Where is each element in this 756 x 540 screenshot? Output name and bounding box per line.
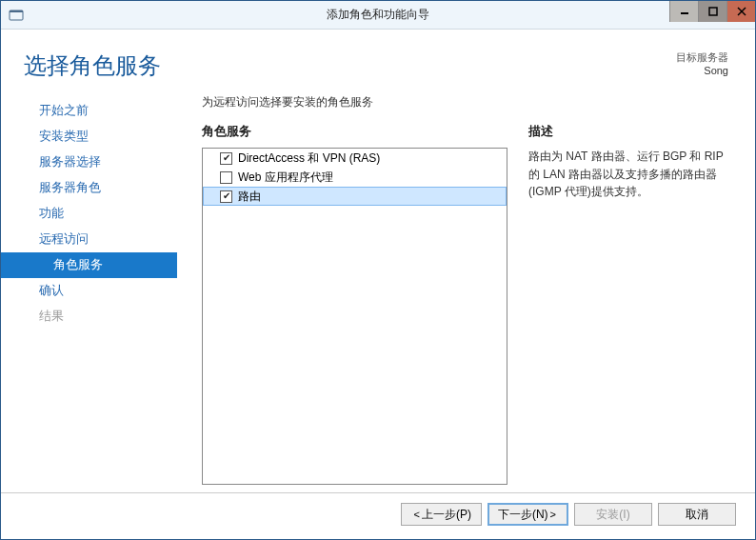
target-server-label: 目标服务器 [676,50,728,64]
checkbox[interactable] [220,152,232,165]
titlebar: 添加角色和功能向导 [1,1,755,30]
main-panel: 为远程访问选择要安装的角色服务 角色服务 DirectAccess 和 VPN … [177,90,728,485]
previous-button[interactable]: < 上一步(P) [401,503,481,526]
role-service-item[interactable]: DirectAccess 和 VPN (RAS) [203,149,507,168]
window-title: 添加角色和功能向导 [1,7,755,23]
chevron-left-icon: < [413,509,419,520]
previous-button-label: 上一步(P) [422,507,471,523]
target-server-block: 目标服务器 Song [676,50,728,81]
next-button-label: 下一步(N) [498,507,548,523]
checkbox[interactable] [220,171,232,184]
role-service-item[interactable]: Web 应用程序代理 [203,168,507,187]
next-button[interactable]: 下一步(N) > [487,503,568,526]
content-area: 开始之前安装类型服务器选择服务器角色功能远程访问角色服务确认结果 为远程访问选择… [1,90,755,492]
role-services-heading: 角色服务 [202,124,507,140]
role-service-label: DirectAccess 和 VPN (RAS) [238,150,380,167]
close-button[interactable] [726,1,755,22]
description-heading: 描述 [528,124,728,140]
nav-item[interactable]: 角色服务 [1,252,177,278]
role-service-label: Web 应用程序代理 [238,170,333,186]
role-services-column: 角色服务 DirectAccess 和 VPN (RAS)Web 应用程序代理路… [202,124,507,485]
chevron-right-icon: > [550,509,556,520]
role-service-label: 路由 [238,189,261,205]
minimize-button[interactable] [669,1,698,22]
window-controls [669,1,755,24]
role-service-item[interactable]: 路由 [203,187,507,206]
app-icon [7,6,26,25]
footer: < 上一步(P) 下一步(N) > 安装(I) 取消 [1,492,755,539]
cancel-button-label: 取消 [686,507,708,523]
nav-item[interactable]: 远程访问 [1,227,177,252]
nav-item[interactable]: 开始之前 [1,98,177,124]
page-title: 选择角色服务 [24,50,161,81]
wizard-window: 添加角色和功能向导 选择角色服务 目标服务器 Song 开始之前安装类型服务器选… [0,0,756,540]
nav-item: 结果 [1,304,177,330]
nav-item[interactable]: 服务器选择 [1,150,177,175]
header-row: 选择角色服务 目标服务器 Song [1,30,755,90]
nav-sidebar: 开始之前安装类型服务器选择服务器角色功能远程访问角色服务确认结果 [1,90,177,485]
target-server-name: Song [676,64,728,77]
install-button[interactable]: 安装(I) [574,503,652,526]
nav-item[interactable]: 功能 [1,201,177,227]
description-column: 描述 路由为 NAT 路由器、运行 BGP 和 RIP 的 LAN 路由器以及支… [528,124,728,485]
nav-item[interactable]: 确认 [1,278,177,304]
cancel-button[interactable]: 取消 [658,503,736,526]
nav-item[interactable]: 安装类型 [1,124,177,150]
svg-rect-3 [709,8,717,15]
install-button-label: 安装(I) [596,507,629,523]
description-text: 路由为 NAT 路由器、运行 BGP 和 RIP 的 LAN 路由器以及支持多播… [528,148,728,201]
svg-rect-1 [10,10,23,12]
checkbox[interactable] [220,190,232,203]
role-services-listbox[interactable]: DirectAccess 和 VPN (RAS)Web 应用程序代理路由 [202,148,507,485]
instruction-text: 为远程访问选择要安装的角色服务 [202,94,728,110]
columns: 角色服务 DirectAccess 和 VPN (RAS)Web 应用程序代理路… [202,124,728,485]
wizard-body: 选择角色服务 目标服务器 Song 开始之前安装类型服务器选择服务器角色功能远程… [1,30,755,539]
maximize-button[interactable] [698,1,726,22]
nav-item[interactable]: 服务器角色 [1,175,177,201]
